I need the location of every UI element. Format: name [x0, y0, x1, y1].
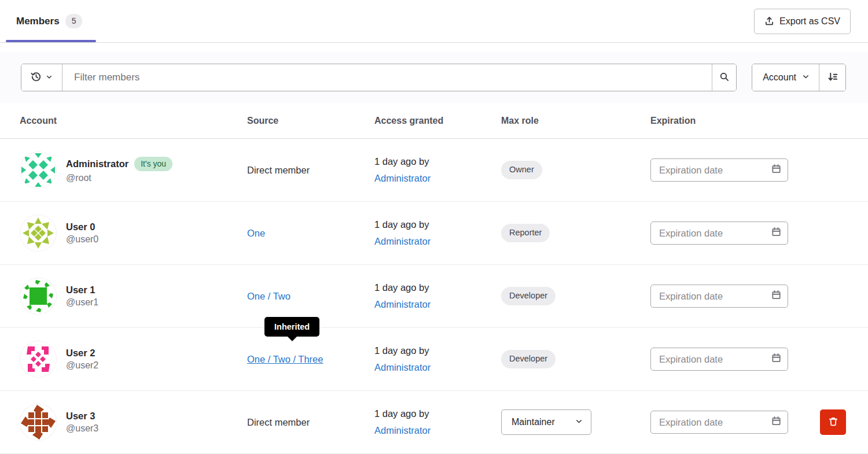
source-cell: Direct member [247, 165, 374, 176]
max-role-badge: Developer [501, 350, 556, 368]
member-name: User 1 [66, 285, 95, 296]
source-link[interactable]: One [247, 228, 265, 238]
access-granted-cell: 1 day ago by Administrator [374, 153, 501, 187]
member-name: User 3 [66, 411, 95, 422]
granted-by-link[interactable]: Administrator [374, 425, 431, 435]
access-granted-cell: 1 day ago by Administrator [374, 279, 501, 313]
max-role-label: Maintainer [512, 417, 555, 427]
avatar [20, 278, 57, 315]
member-username: @user2 [66, 360, 98, 371]
filter-search-group [21, 64, 737, 91]
member-username: @user1 [66, 297, 98, 308]
source-link[interactable]: One / Two [247, 291, 290, 301]
tab-members[interactable]: Members 5 [6, 0, 96, 42]
table-row: User 0 @user0 One 1 day ago by Administr… [0, 202, 868, 265]
column-header-access: Access granted [374, 116, 501, 126]
member-name: User 2 [66, 348, 95, 359]
sort-field-dropdown[interactable]: Account [752, 64, 819, 91]
sort-group: Account [752, 64, 846, 91]
avatar [20, 341, 57, 378]
chevron-down-icon [802, 72, 810, 83]
granted-by-link[interactable]: Administrator [374, 299, 431, 309]
search-icon [719, 72, 730, 84]
avatar [20, 215, 57, 252]
sort-field-label: Account [763, 72, 796, 83]
column-header-account: Account [20, 116, 247, 126]
remove-member-button[interactable] [820, 409, 846, 435]
inherited-tooltip: Inherited [264, 317, 319, 337]
granted-by-link[interactable]: Administrator [374, 236, 431, 246]
search-button[interactable] [712, 64, 736, 91]
history-icon [31, 71, 42, 84]
export-csv-button[interactable]: Export as CSV [754, 9, 851, 34]
table-header-row: Account Source Access granted Max role E… [0, 103, 868, 139]
expiration-date-input[interactable] [650, 222, 788, 245]
column-header-source: Source [247, 116, 374, 126]
table-row: User 2 @user2 Inherited One / Two / Thre… [0, 328, 868, 391]
max-role-dropdown[interactable]: Maintainer [501, 409, 591, 435]
table-row: User 1 @user1 One / Two 1 day ago by Adm… [0, 265, 868, 328]
filter-history-button[interactable] [21, 64, 62, 91]
member-name: User 0 [66, 222, 95, 232]
member-username: @user3 [66, 423, 98, 434]
access-granted-cell: 1 day ago by Administrator [374, 405, 501, 439]
trash-icon [828, 416, 838, 429]
export-csv-label: Export as CSV [779, 16, 840, 27]
filter-members-input[interactable] [62, 64, 712, 91]
table-row: User 3 @user3 Direct member 1 day ago by… [0, 391, 868, 454]
sort-direction-button[interactable] [819, 64, 845, 91]
granted-time: 1 day ago by [374, 279, 501, 296]
granted-time: 1 day ago by [374, 153, 501, 170]
avatar [20, 404, 57, 441]
max-role-badge: Developer [501, 287, 556, 305]
filter-bar: Account [0, 52, 868, 103]
granted-by-link[interactable]: Administrator [374, 173, 431, 183]
chevron-down-icon [575, 417, 583, 427]
expiration-date-input[interactable] [650, 158, 788, 182]
expiration-date-input[interactable] [650, 348, 788, 371]
its-you-badge: It's you [134, 157, 172, 171]
granted-time: 1 day ago by [374, 216, 501, 233]
table-row: Administrator It's you @root Direct memb… [0, 139, 868, 202]
export-icon [764, 16, 774, 26]
column-header-maxrole: Max role [501, 116, 650, 126]
granted-time: 1 day ago by [374, 405, 501, 422]
granted-time: 1 day ago by [374, 342, 501, 359]
access-granted-cell: 1 day ago by Administrator [374, 216, 501, 250]
sort-descending-icon [827, 72, 838, 84]
max-role-badge: Reporter [501, 224, 550, 242]
member-username: @root [66, 173, 172, 183]
member-name: Administrator [66, 158, 128, 169]
column-header-expiration: Expiration [650, 116, 807, 126]
access-granted-cell: 1 day ago by Administrator [374, 342, 501, 376]
members-table: Account Source Access granted Max role E… [0, 103, 868, 454]
avatar [20, 152, 57, 189]
source-link[interactable]: One / Two / Three [247, 354, 323, 364]
granted-by-link[interactable]: Administrator [374, 362, 431, 372]
expiration-date-input[interactable] [650, 411, 788, 434]
max-role-badge: Owner [501, 161, 542, 179]
expiration-date-input[interactable] [650, 285, 788, 308]
members-count-badge: 5 [65, 14, 83, 28]
tab-members-label: Members [16, 16, 60, 27]
member-username: @user0 [66, 234, 98, 245]
chevron-down-icon [46, 73, 53, 82]
page-header: Members 5 Export as CSV [0, 0, 868, 43]
source-cell: Direct member [247, 417, 374, 428]
